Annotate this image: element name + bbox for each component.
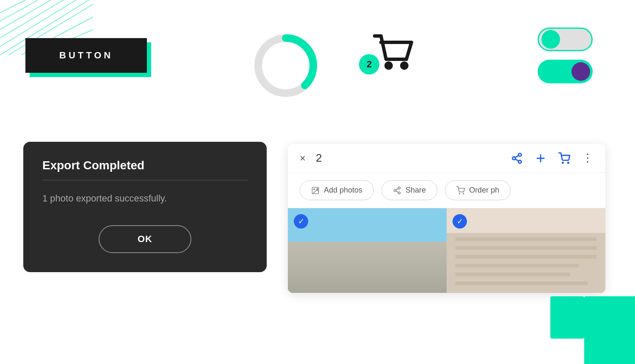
photo-panel-toolbar: × 2 ⋮: [288, 144, 605, 173]
add-icon[interactable]: [535, 152, 547, 164]
svg-line-18: [515, 155, 519, 157]
order-label: Order ph: [469, 186, 499, 195]
toggle-off[interactable]: [538, 28, 593, 51]
cart-toolbar-icon[interactable]: [558, 152, 570, 164]
svg-rect-34: [288, 208, 447, 293]
deco-teal-bottomright: [584, 296, 635, 364]
toggle-thumb-on: [572, 62, 590, 81]
svg-point-21: [562, 162, 563, 163]
order-button[interactable]: Order ph: [445, 180, 511, 200]
export-title: Export Completed: [42, 159, 248, 172]
svg-point-12: [384, 61, 393, 70]
svg-line-2: [0, 0, 51, 30]
svg-point-32: [459, 193, 460, 194]
photo-item-1[interactable]: ick ALISM ✓: [288, 208, 447, 293]
export-ok-button[interactable]: OK: [99, 225, 191, 253]
photo-check-1: ✓: [294, 214, 308, 229]
svg-rect-41: [369, 246, 381, 264]
svg-rect-40: [353, 246, 365, 264]
svg-rect-48: [456, 255, 596, 258]
toolbar-actions: ⋮: [511, 152, 594, 165]
svg-rect-51: [456, 281, 588, 285]
photo-item-2[interactable]: ✓: [447, 208, 605, 293]
svg-rect-50: [456, 273, 570, 276]
photo-check-2: ✓: [453, 214, 467, 229]
photo-action-bar: Add photos Share Order ph: [288, 173, 605, 208]
svg-text:ALISM: ALISM: [315, 272, 329, 277]
svg-line-17: [515, 159, 519, 161]
share-label: Share: [406, 186, 426, 195]
add-photos-button[interactable]: Add photos: [300, 180, 374, 200]
texture-svg: [447, 208, 605, 293]
svg-rect-39: [350, 244, 385, 266]
order-cart-icon: [456, 186, 465, 195]
svg-point-22: [568, 162, 569, 163]
add-photo-icon: [311, 186, 320, 195]
svg-rect-37: [310, 248, 317, 264]
svg-point-13: [400, 61, 409, 70]
more-options-button[interactable]: ⋮: [582, 152, 594, 165]
photo-panel: × 2 ⋮: [288, 144, 605, 293]
toggle-on[interactable]: [538, 60, 593, 83]
donut-chart: [250, 30, 322, 102]
demo-button[interactable]: BUTTON: [25, 38, 147, 73]
add-photos-label: Add photos: [324, 186, 362, 195]
svg-rect-49: [456, 264, 579, 267]
export-message: 1 photo exported successfully.: [42, 193, 248, 204]
svg-text:ick: ick: [323, 265, 331, 272]
svg-line-0: [0, 0, 25, 13]
export-divider: [42, 180, 248, 180]
toggle-section: [538, 28, 593, 83]
export-dialog: Export Completed 1 photo exported succes…: [23, 142, 267, 272]
selection-count: 2: [316, 152, 511, 165]
svg-rect-47: [456, 246, 596, 250]
toggle-thumb-off: [541, 30, 560, 49]
svg-point-33: [463, 193, 464, 194]
close-button[interactable]: ×: [300, 152, 306, 164]
svg-rect-36: [306, 246, 332, 281]
share-action-icon: [393, 186, 401, 195]
svg-rect-46: [456, 237, 596, 241]
svg-line-30: [396, 191, 398, 192]
cart-section: 2: [360, 25, 415, 78]
share-button[interactable]: Share: [381, 180, 437, 200]
svg-rect-35: [288, 242, 447, 293]
donut-chart-section: [250, 30, 322, 103]
svg-point-24: [314, 188, 315, 190]
photo-grid: ick ALISM ✓ ✓: [288, 208, 605, 293]
photo-texture: [447, 208, 605, 293]
button-demo-section: BUTTON: [25, 38, 147, 73]
share-icon[interactable]: [511, 152, 523, 164]
photo-building: ick ALISM: [288, 208, 447, 293]
svg-line-3: [0, 0, 64, 38]
cart-badge: 2: [359, 54, 379, 74]
svg-rect-38: [320, 248, 328, 264]
deco-teal-bottomright2: [550, 296, 584, 339]
svg-line-31: [396, 188, 398, 190]
building-svg: ick ALISM: [288, 208, 447, 293]
